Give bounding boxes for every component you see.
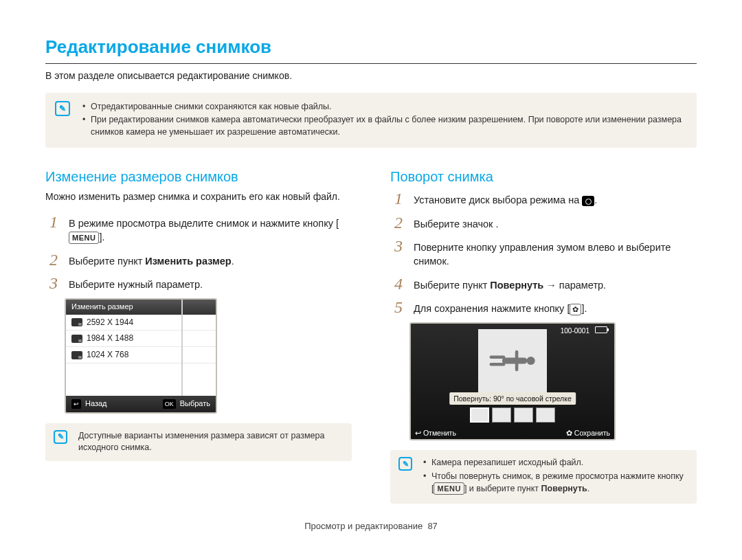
file-id: 100-0001 [561,326,589,336]
step-text: . [594,194,597,205]
rotate-caption: Повернуть: 90° по часовой стрелке [449,392,576,405]
step-number: 1 [390,190,407,207]
rotate-step-2: 2 Выберите значок . [390,214,697,231]
note-icon: ✎ [54,430,67,444]
note-line: Чтобы повернуть снимок, в режиме просмот… [423,471,687,495]
svg-point-0 [527,357,535,365]
figure-icon [486,340,539,381]
back-icon: ↩ [71,399,81,409]
lcd-size-option[interactable]: 1024 X 768 [66,347,216,363]
col-resize: Изменение размеров снимков Можно изменит… [45,167,352,503]
title-rule [45,63,697,64]
step-number: 2 [390,214,407,231]
lcd-rotate: 100-0001 Повернуть: 90° по часовой стрел… [409,322,616,440]
step-text: Выберите пункт [69,256,145,267]
rotate-thumb[interactable] [470,407,489,423]
note-icon: ✎ [55,101,70,116]
rotate-thumb[interactable] [492,407,511,423]
step-text: . [232,256,234,267]
lcd-resize: Изменить размер 2592 X 1944 1984 X 1488 … [65,298,217,413]
step-number: 2 [45,251,62,268]
back-label: Назад [85,399,107,409]
step-text: Поверните кнопку управления зумом влево … [414,238,697,269]
size-icon [71,318,82,326]
resize-step-2: 2 Выберите пункт Изменить размер. [45,251,352,268]
lcd-size-option[interactable]: 1984 X 1488 [66,331,216,347]
step-text: Для сохранения нажмите кнопку [ [414,303,570,314]
rotate-thumb[interactable] [514,407,533,423]
note-line: Камера перезапишет исходный файл. [423,457,687,469]
step-text: В режиме просмотра выделите снимок и наж… [69,218,339,229]
rotate-thumb[interactable] [536,407,555,423]
svg-rect-5 [515,362,519,372]
step-text: ]. [99,232,104,243]
top-note-1: Отредактированные снимки сохраняются как… [82,101,686,113]
step-number: 3 [45,275,62,291]
size-icon [71,335,82,343]
step-number: 5 [390,299,407,315]
cancel-icon: ↩ [415,428,421,438]
rotate-step-1: 1 Установите диск выбора режима на . [390,190,697,207]
step-text: Установите диск выбора режима на [414,194,582,205]
rotate-foot-note: ✎ Камера перезапишет исходный файл. Чтоб… [390,450,697,504]
size-icon [71,351,82,359]
menu-button-icon: MENU [69,232,99,244]
svg-rect-3 [490,363,506,366]
page-title: Редактирование снимков [45,34,697,59]
svg-rect-2 [490,356,506,359]
step-text: Выберите пункт [414,280,490,291]
rotate-step-3: 3 Поверните кнопку управления зумом влев… [390,238,697,269]
resize-lead: Можно изменить размер снимка и сохранить… [45,190,352,204]
step-text: → параметр. [543,280,606,291]
step-number: 1 [45,214,62,230]
ok-icon: OK [163,399,176,409]
page-intro: В этом разделе описывается редактировани… [45,69,697,83]
step-text: Выберите значок . [414,214,498,231]
battery-icon [595,326,607,333]
step-bold: Повернуть [490,280,543,291]
note-text: Доступные варианты изменения размера зав… [78,431,324,453]
step-text: Выберите нужный параметр. [69,275,203,291]
rotate-preview [478,329,547,392]
lcd-size-option[interactable]: 2592 X 1944 [66,315,216,331]
step-number: 3 [390,238,407,254]
step-bold: Изменить размер [145,256,231,267]
cancel-label: Отменить [423,428,456,438]
svg-rect-1 [502,358,527,364]
lcd-resize-footer: ↩ Назад OK Выбрать [66,396,216,412]
rotate-thumbs [470,407,555,423]
note-icon: ✎ [398,457,412,471]
camera-mode-icon [582,196,594,206]
top-note-2: При редактировании снимков камера автома… [82,114,686,138]
rotate-step-4: 4 Выберите пункт Повернуть → параметр. [390,276,697,292]
menu-button-icon: MENU [434,482,464,495]
macro-button-icon: ✿ [570,304,581,315]
ok-label: Выбрать [180,399,210,409]
lcd-resize-header: Изменить размер [66,300,216,314]
resize-step-3: 3 Выберите нужный параметр. [45,275,352,291]
step-text: ]. [581,303,587,314]
rotate-step-5: 5 Для сохранения нажмите кнопку [✿]. [390,299,697,315]
resize-title: Изменение размеров снимков [45,167,352,186]
save-icon: ✿ [566,428,572,438]
resize-step-1: 1 В режиме просмотра выделите снимок и н… [45,214,352,245]
step-number: 4 [390,276,407,292]
resize-foot-note: ✎ Доступные варианты изменения размера з… [45,423,352,461]
col-rotate: Поворот снимка 1 Установите диск выбора … [390,167,697,503]
save-label: Сохранить [574,428,610,438]
page-footer: Просмотр и редактирование 87 [45,504,697,533]
top-note-box: ✎ Отредактированные снимки сохраняются к… [45,93,697,148]
rotate-title: Поворот снимка [390,167,697,186]
svg-rect-4 [515,350,519,360]
